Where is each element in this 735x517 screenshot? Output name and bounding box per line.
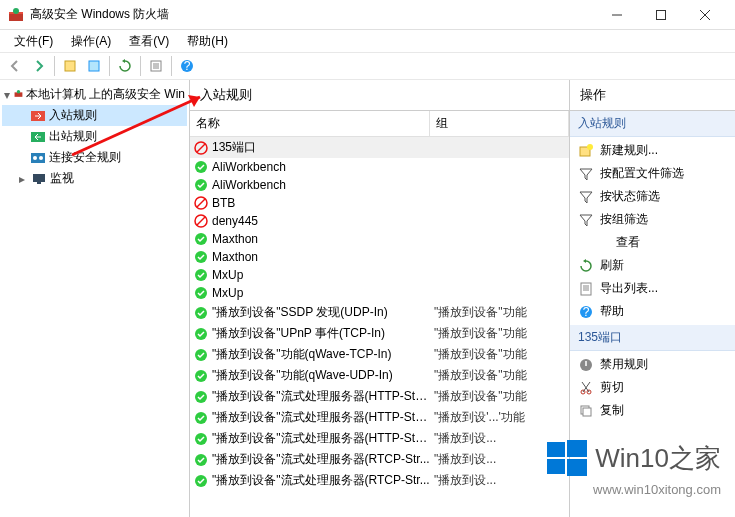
rule-row[interactable]: "播放到设备"流式处理服务器(RTCP-Str..."播放到设... (190, 470, 569, 491)
allow-icon (194, 232, 208, 246)
rule-name: "播放到设备"功能(qWave-UDP-In) (212, 367, 430, 384)
svg-rect-20 (37, 182, 41, 184)
forward-button[interactable] (28, 55, 50, 77)
rule-name: "播放到设备"流式处理服务器(HTTP-Stre... (212, 430, 430, 447)
rule-row[interactable]: "播放到设备"UPnP 事件(TCP-In)"播放到设备"功能 (190, 323, 569, 344)
svg-rect-54 (547, 442, 565, 457)
back-button[interactable] (4, 55, 26, 77)
tree-root[interactable]: ▾ 本地计算机 上的高级安全 Win (2, 84, 187, 105)
menu-help[interactable]: 帮助(H) (179, 31, 236, 52)
action-item[interactable]: 禁用规则 (570, 353, 735, 376)
col-name[interactable]: 名称 (190, 111, 430, 136)
refresh-button[interactable] (114, 55, 136, 77)
action-label: 帮助 (600, 303, 624, 320)
rule-row[interactable]: "播放到设备"流式处理服务器(HTTP-Stre..."播放到设'...'功能 (190, 407, 569, 428)
tree-connsec-label: 连接安全规则 (49, 149, 121, 166)
rule-name: "播放到设备"SSDP 发现(UDP-In) (212, 304, 430, 321)
action-item[interactable]: 导出列表... (570, 277, 735, 300)
action-item[interactable]: 查看 (570, 231, 735, 254)
tree-outbound[interactable]: 出站规则 (2, 126, 187, 147)
action-label: 按组筛选 (600, 211, 648, 228)
action-item[interactable]: ?帮助 (570, 300, 735, 323)
allow-icon (194, 411, 208, 425)
monitor-icon (31, 171, 47, 187)
col-group[interactable]: 组 (430, 111, 569, 136)
action-item[interactable]: 刷新 (570, 254, 735, 277)
rule-row[interactable]: AliWorkbench (190, 176, 569, 194)
rule-group: "播放到设备"功能 (434, 388, 565, 405)
rules-list[interactable]: 135端口AliWorkbenchAliWorkbenchBTBdeny445M… (190, 137, 569, 517)
action-item[interactable]: 复制 (570, 399, 735, 422)
rule-row[interactable]: deny445 (190, 212, 569, 230)
collapse-icon[interactable]: ▾ (4, 88, 11, 102)
rule-row[interactable]: Maxthon (190, 230, 569, 248)
outbound-icon (30, 129, 46, 145)
watermark-text: Win10之家 (595, 441, 721, 476)
action-label: 禁用规则 (600, 356, 648, 373)
rule-row[interactable]: "播放到设备"SSDP 发现(UDP-In)"播放到设备"功能 (190, 302, 569, 323)
svg-point-2 (13, 8, 19, 14)
action-item[interactable]: 按状态筛选 (570, 185, 735, 208)
allow-icon (194, 306, 208, 320)
maximize-button[interactable] (639, 1, 683, 29)
help-button[interactable]: ? (176, 55, 198, 77)
rule-row[interactable]: "播放到设备"功能(qWave-UDP-In)"播放到设备"功能 (190, 365, 569, 386)
allow-icon (194, 432, 208, 446)
menu-action[interactable]: 操作(A) (63, 31, 119, 52)
close-button[interactable] (683, 1, 727, 29)
allow-icon (194, 250, 208, 264)
svg-line-26 (197, 199, 205, 207)
watermark-url: www.win10xitong.com (545, 482, 721, 497)
properties-button[interactable] (83, 55, 105, 77)
toolbar: ? (0, 52, 735, 80)
rule-name: "播放到设备"流式处理服务器(HTTP-Stre... (212, 409, 430, 426)
rule-row[interactable]: "播放到设备"流式处理服务器(RTCP-Str..."播放到设... (190, 449, 569, 470)
svg-rect-51 (583, 408, 591, 416)
svg-line-22 (197, 144, 205, 152)
svg-rect-4 (657, 10, 666, 19)
minimize-button[interactable] (595, 1, 639, 29)
allow-icon (194, 160, 208, 174)
svg-text:?: ? (184, 59, 191, 73)
rule-row[interactable]: MxUp (190, 266, 569, 284)
tree-connsec[interactable]: 连接安全规则 (2, 147, 187, 168)
rules-pane: 入站规则 名称 组 135端口AliWorkbenchAliWorkbenchB… (190, 80, 570, 517)
rule-group: "播放到设'...'功能 (434, 409, 565, 426)
rule-row[interactable]: Maxthon (190, 248, 569, 266)
rule-row[interactable]: "播放到设备"功能(qWave-TCP-In)"播放到设备"功能 (190, 344, 569, 365)
menu-view[interactable]: 查看(V) (121, 31, 177, 52)
inbound-icon (30, 108, 46, 124)
rule-name: "播放到设备"UPnP 事件(TCP-In) (212, 325, 430, 342)
action-item[interactable]: 按配置文件筛选 (570, 162, 735, 185)
rule-row[interactable]: MxUp (190, 284, 569, 302)
svg-rect-44 (581, 283, 591, 295)
rule-row[interactable]: BTB (190, 194, 569, 212)
filter-icon (578, 189, 594, 205)
rule-name: MxUp (212, 268, 430, 282)
rule-row[interactable]: "播放到设备"流式处理服务器(HTTP-Stre..."播放到设备"功能 (190, 386, 569, 407)
expand-icon[interactable]: ▸ (16, 172, 28, 186)
rule-row[interactable]: "播放到设备"流式处理服务器(HTTP-Stre..."播放到设... (190, 428, 569, 449)
tree-inbound[interactable]: 入站规则 (2, 105, 187, 126)
rule-row[interactable]: 135端口 (190, 137, 569, 158)
menubar: 文件(F) 操作(A) 查看(V) 帮助(H) (0, 30, 735, 52)
action-item[interactable]: 新建规则... (570, 139, 735, 162)
separator (140, 56, 141, 76)
action-button[interactable] (59, 55, 81, 77)
rule-row[interactable]: AliWorkbench (190, 158, 569, 176)
actions-list-1: 新建规则...按配置文件筛选按状态筛选按组筛选查看刷新导出列表...?帮助 (570, 137, 735, 325)
action-item[interactable]: 剪切 (570, 376, 735, 399)
menu-file[interactable]: 文件(F) (6, 31, 61, 52)
rule-group: "播放到设备"功能 (434, 346, 565, 363)
allow-icon (194, 369, 208, 383)
action-item[interactable]: 按组筛选 (570, 208, 735, 231)
actions-section-inbound: 入站规则 (570, 111, 735, 137)
action-label: 按配置文件筛选 (600, 165, 684, 182)
tree-pane: ▾ 本地计算机 上的高级安全 Win 入站规则 出站规则 连接安全规则 ▸ 监视 (0, 80, 190, 517)
allow-icon (194, 453, 208, 467)
tree-monitor[interactable]: ▸ 监视 (2, 168, 187, 189)
export-button[interactable] (145, 55, 167, 77)
separator (171, 56, 172, 76)
svg-point-43 (587, 144, 593, 150)
rule-name: 135端口 (212, 139, 430, 156)
